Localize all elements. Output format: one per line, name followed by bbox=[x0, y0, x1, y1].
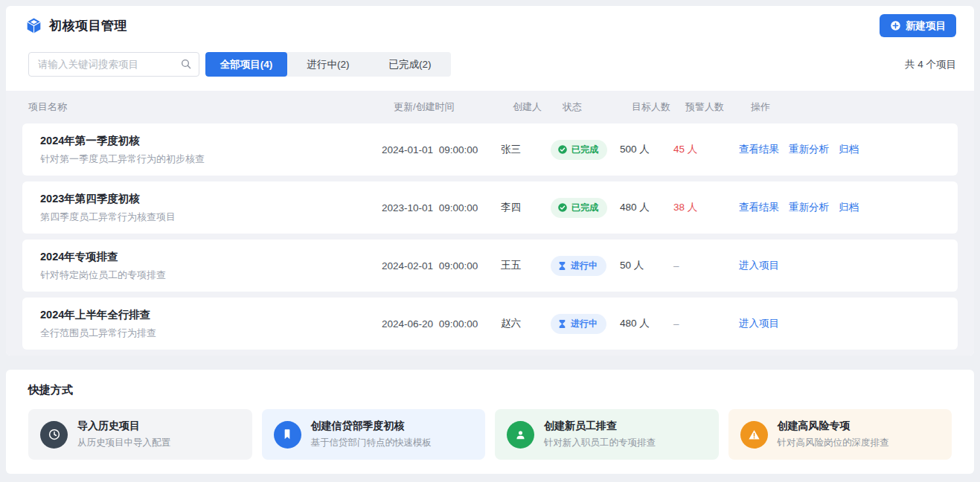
view-results-link[interactable]: 查看结果 bbox=[739, 143, 779, 156]
project-management-panel: 初核项目管理 新建项目 全部项目(4) 进行中(2) bbox=[6, 6, 974, 356]
project-table: 项目名称 更新/创建时间 创建人 状态 目标人数 预警人数 操作 2024年第一… bbox=[6, 91, 974, 356]
warning-icon bbox=[740, 421, 768, 449]
project-name: 2024年第一季度初核 bbox=[40, 134, 382, 148]
reanalyze-link[interactable]: 重新分析 bbox=[789, 201, 829, 214]
project-desc: 全行范围员工异常行为排查 bbox=[40, 327, 382, 340]
project-creator: 张三 bbox=[501, 143, 551, 156]
col-header-creator: 创建人 bbox=[513, 100, 563, 114]
shortcuts-title: 快捷方式 bbox=[28, 383, 952, 397]
shortcuts-grid: 导入历史项目 从历史项目中导入配置 创建信贷部季度初核 基于信贷部门特点的快速模… bbox=[28, 409, 952, 460]
table-row: 2024年上半年全行排查 全行范围员工异常行为排查 2024-06-20 09:… bbox=[22, 298, 958, 350]
project-filter-tabs: 全部项目(4) 进行中(2) 已完成(2) bbox=[205, 52, 451, 77]
project-warning: – bbox=[673, 318, 739, 330]
status-label: 进行中 bbox=[571, 318, 598, 330]
shortcut-desc-text: 针对新入职员工的专项排查 bbox=[544, 437, 656, 449]
table-row: 2023年第四季度初核 第四季度员工异常行为核查项目 2023-10-01 09… bbox=[22, 181, 958, 234]
shortcut-title-text: 创建信贷部季度初核 bbox=[311, 420, 432, 433]
view-results-link[interactable]: 查看结果 bbox=[739, 201, 779, 214]
plus-circle-icon bbox=[890, 20, 901, 31]
cube-icon bbox=[25, 17, 42, 34]
project-creator: 王五 bbox=[501, 259, 551, 272]
user-icon bbox=[507, 421, 534, 449]
shortcut-new-employee[interactable]: 创建新员工排查 针对新入职员工的专项排查 bbox=[495, 409, 719, 460]
project-name: 2023年第四季度初核 bbox=[40, 192, 382, 206]
table-header-row: 项目名称 更新/创建时间 创建人 状态 目标人数 预警人数 操作 bbox=[22, 91, 958, 123]
tab-completed[interactable]: 已完成(2) bbox=[369, 52, 451, 77]
enter-project-link[interactable]: 进入项目 bbox=[739, 259, 779, 272]
status-badge: 进行中 bbox=[551, 256, 606, 276]
project-warning: 45 人 bbox=[673, 143, 739, 156]
project-creator: 赵六 bbox=[501, 317, 551, 330]
shortcut-title-text: 创建新员工排查 bbox=[544, 420, 656, 433]
project-desc: 针对特定岗位员工的专项排查 bbox=[40, 269, 382, 282]
shortcuts-panel: 快捷方式 导入历史项目 从历史项目中导入配置 创建信贷部季度初核 bbox=[6, 370, 974, 474]
hourglass-icon bbox=[557, 319, 567, 329]
tab-in-progress[interactable]: 进行中(2) bbox=[287, 52, 369, 77]
project-target: 480 人 bbox=[620, 317, 673, 330]
new-project-button[interactable]: 新建项目 bbox=[880, 14, 956, 37]
project-time: 2024-02-01 09:00:00 bbox=[382, 260, 501, 271]
status-badge: 进行中 bbox=[551, 314, 606, 334]
new-project-label: 新建项目 bbox=[906, 19, 946, 33]
col-header-status: 状态 bbox=[563, 100, 632, 114]
project-desc: 第四季度员工异常行为核查项目 bbox=[40, 211, 382, 224]
shortcut-desc-text: 针对高风险岗位的深度排查 bbox=[778, 437, 889, 449]
tab-all-projects[interactable]: 全部项目(4) bbox=[205, 52, 287, 77]
shortcut-desc-text: 基于信贷部门特点的快速模板 bbox=[311, 437, 432, 449]
table-row: 2024年专项排查 针对特定岗位员工的专项排查 2024-02-01 09:00… bbox=[22, 240, 958, 292]
shortcut-title-text: 导入历史项目 bbox=[77, 420, 170, 433]
bookmark-icon bbox=[274, 421, 301, 449]
shortcut-import-history[interactable]: 导入历史项目 从历史项目中导入配置 bbox=[28, 409, 252, 460]
enter-project-link[interactable]: 进入项目 bbox=[739, 317, 779, 330]
status-label: 已完成 bbox=[571, 202, 598, 214]
shortcut-credit-quarterly[interactable]: 创建信贷部季度初核 基于信贷部门特点的快速模板 bbox=[262, 409, 486, 460]
status-label: 进行中 bbox=[571, 260, 598, 272]
project-name: 2024年专项排查 bbox=[40, 250, 382, 264]
archive-link[interactable]: 归档 bbox=[839, 143, 859, 156]
total-count: 共 4 个项目 bbox=[905, 58, 956, 71]
panel-header: 初核项目管理 新建项目 bbox=[6, 6, 974, 46]
col-header-time: 更新/创建时间 bbox=[394, 100, 513, 114]
project-warning: – bbox=[673, 260, 739, 271]
project-creator: 李四 bbox=[501, 201, 551, 214]
status-badge: 已完成 bbox=[551, 198, 607, 218]
archive-link[interactable]: 归档 bbox=[839, 201, 859, 214]
check-circle-icon bbox=[557, 202, 568, 213]
col-header-target: 目标人数 bbox=[632, 100, 685, 114]
check-circle-icon bbox=[557, 144, 568, 155]
col-header-warning: 预警人数 bbox=[685, 100, 751, 114]
shortcut-desc-text: 从历史项目中导入配置 bbox=[77, 437, 170, 449]
page-title: 初核项目管理 bbox=[49, 17, 127, 34]
project-name: 2024年上半年全行排查 bbox=[40, 308, 382, 322]
shortcut-high-risk[interactable]: 创建高风险专项 针对高风险岗位的深度排查 bbox=[728, 409, 952, 460]
project-time: 2024-01-01 09:00:00 bbox=[382, 144, 501, 155]
project-time: 2023-10-01 09:00:00 bbox=[382, 202, 501, 213]
project-target: 480 人 bbox=[620, 201, 673, 214]
col-header-name: 项目名称 bbox=[28, 100, 394, 114]
status-label: 已完成 bbox=[571, 144, 598, 156]
col-header-actions: 操作 bbox=[751, 100, 952, 114]
clock-icon bbox=[40, 421, 68, 449]
search-box bbox=[28, 52, 199, 77]
project-time: 2024-06-20 09:00:00 bbox=[382, 318, 501, 330]
project-target: 50 人 bbox=[620, 259, 673, 272]
shortcut-title-text: 创建高风险专项 bbox=[778, 420, 889, 433]
project-target: 500 人 bbox=[620, 143, 673, 156]
toolbar: 全部项目(4) 进行中(2) 已完成(2) 共 4 个项目 bbox=[6, 46, 974, 83]
hourglass-icon bbox=[557, 261, 567, 271]
project-warning: 38 人 bbox=[673, 201, 739, 214]
reanalyze-link[interactable]: 重新分析 bbox=[789, 143, 829, 156]
search-input[interactable] bbox=[28, 52, 199, 77]
project-desc: 针对第一季度员工异常行为的初步核查 bbox=[40, 152, 382, 166]
status-badge: 已完成 bbox=[551, 140, 607, 160]
table-row: 2024年第一季度初核 针对第一季度员工异常行为的初步核查 2024-01-01… bbox=[22, 123, 958, 176]
search-icon bbox=[180, 58, 192, 73]
